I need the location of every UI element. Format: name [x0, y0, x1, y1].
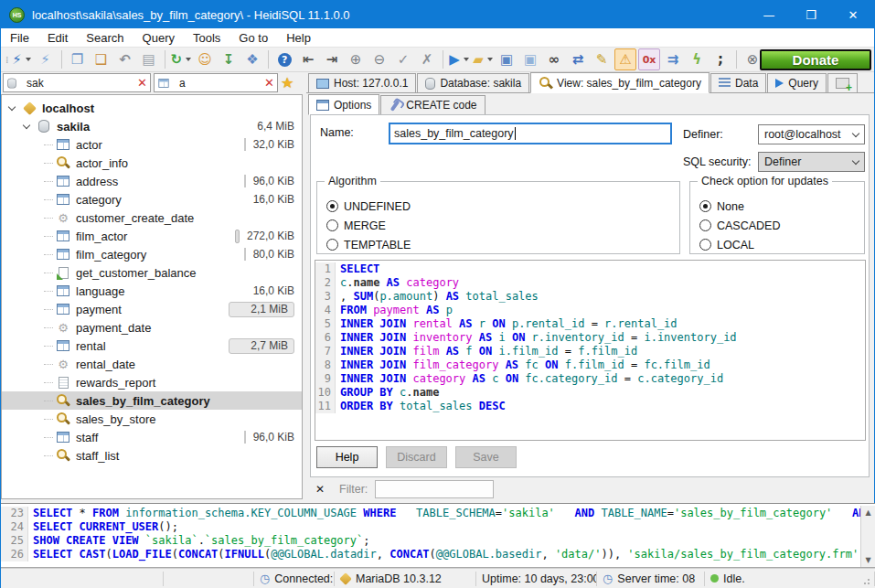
donate-button[interactable]: Donate — [760, 49, 871, 70]
tree-item-language[interactable]: language16,0 KiB — [2, 282, 302, 300]
tree-item-get_customer_balance[interactable]: get_customer_balance — [2, 263, 302, 282]
view-body-editor[interactable]: 1SELECT2c.name AS category3, SUM(p.amoun… — [315, 260, 866, 441]
reformat-sql-button[interactable]: ✎ — [591, 48, 613, 70]
close-button[interactable]: ✕ — [832, 1, 874, 28]
tree-item-staff[interactable]: staff96,0 KiB — [2, 428, 302, 446]
tree-item-rewards_report[interactable]: rewards_report — [2, 373, 302, 391]
tree-item-category[interactable]: category16,0 KiB — [2, 190, 302, 208]
menu-file[interactable]: File — [1, 28, 38, 47]
hex-view-button[interactable]: 0x — [638, 48, 660, 70]
sql-log[interactable]: 23SELECT * FROM information_schema.KEY_C… — [1, 503, 875, 568]
undo-button[interactable]: ↶ — [114, 48, 136, 70]
save-sql-as-icon: ▣ — [524, 53, 537, 67]
go-first-button[interactable]: ⇤ — [297, 48, 319, 70]
tree-item-actor[interactable]: actor32,0 KiB — [2, 135, 302, 154]
algorithm-option-undefined[interactable]: UNDEFINED — [326, 197, 670, 216]
tree-item-film_category[interactable]: film_category80,0 KiB — [2, 245, 302, 263]
log-scrollbar[interactable]: ▲ ▼ — [860, 506, 875, 567]
help-button[interactable]: ? — [273, 48, 295, 70]
delete-row-button[interactable]: ⊖ — [368, 48, 390, 70]
tab-view[interactable]: View: sales_by_film_category — [530, 72, 710, 93]
resize-grip[interactable] — [863, 576, 872, 585]
tree-item-staff_list[interactable]: staff_list — [2, 446, 302, 465]
save-sql-button[interactable]: ▣ — [496, 48, 518, 70]
bind-parameters-button[interactable]: ⚠ — [614, 48, 636, 70]
insert-row-button[interactable]: ⊕ — [345, 48, 367, 70]
save-sql-as-button[interactable]: ▣ — [519, 48, 541, 70]
sql-security-select[interactable]: Definer — [758, 152, 865, 172]
definer-select[interactable]: root@localhost — [758, 124, 865, 144]
tree-item-payment_date[interactable]: ⚙payment_date — [2, 318, 302, 337]
explain-analyzer-button[interactable]: ϟ — [686, 48, 708, 70]
tree-item-address[interactable]: address96,0 KiB — [2, 172, 302, 190]
check-option-option-none[interactable]: None — [699, 197, 855, 216]
help-button[interactable]: Help — [316, 446, 378, 468]
expand-chevron-icon[interactable] — [23, 121, 30, 128]
tab-new-query-tab[interactable] — [827, 73, 858, 92]
user-manager-button[interactable]: ☺ — [194, 48, 216, 70]
algorithm-option-merge[interactable]: MERGE — [326, 216, 670, 235]
tab-query[interactable]: Query — [767, 73, 827, 92]
scroll-down-icon[interactable]: ▼ — [865, 553, 870, 567]
export-database-button[interactable]: ↧ — [218, 48, 240, 70]
favorites-icon[interactable]: ★ — [281, 74, 293, 91]
tree-item-film_actor[interactable]: film_actor272,0 KiB — [2, 227, 302, 245]
tree-item-localhost[interactable]: localhost — [2, 99, 302, 117]
view-name-input[interactable]: sales_by_film_category — [389, 123, 672, 144]
check-option-option-cascaded[interactable]: CASCADED — [699, 216, 855, 235]
tree-item-rental[interactable]: rental2,7 MiB — [2, 337, 302, 355]
algorithm-option-temptable[interactable]: TEMPTABLE — [326, 235, 670, 254]
tab-host[interactable]: Host: 127.0.0.1 — [308, 73, 416, 92]
clear-database-filter-icon[interactable]: ✕ — [137, 76, 147, 90]
expand-chevron-icon[interactable] — [8, 102, 16, 110]
radio-unselected-icon[interactable] — [699, 219, 711, 231]
delimiter-button[interactable]: ; — [710, 48, 731, 70]
maximize-button[interactable]: ❒ — [790, 1, 832, 28]
check-option-option-local[interactable]: LOCAL — [699, 235, 855, 254]
tree-item-customer_create_date[interactable]: ⚙customer_create_date — [2, 208, 302, 227]
tree-item-sales_by_store[interactable]: sales_by_store — [2, 410, 302, 428]
menu-search[interactable]: Search — [77, 28, 133, 47]
copy-button[interactable]: ❐ — [67, 48, 89, 70]
print-button[interactable]: ▤ — [138, 48, 160, 70]
go-last-button[interactable]: ⇥ — [321, 48, 343, 70]
cancel-editing-button[interactable]: ✗ — [416, 48, 438, 70]
load-sql-file-button[interactable]: ▰ — [472, 48, 494, 70]
close-filter-icon[interactable]: ✕ — [315, 483, 325, 496]
menu-go-to[interactable]: Go to — [229, 28, 277, 47]
clear-table-filter-icon[interactable]: ✕ — [264, 76, 274, 90]
radio-unselected-icon[interactable] — [699, 239, 711, 251]
refresh-button[interactable]: ↻ — [170, 48, 193, 70]
indent-button[interactable]: ⇉ — [662, 48, 684, 70]
scroll-up-icon[interactable]: ▲ — [865, 506, 870, 519]
menu-help[interactable]: Help — [277, 28, 320, 47]
paste-button[interactable]: ❑ — [91, 48, 112, 70]
session-manager-button[interactable]: ⚡ — [11, 48, 33, 70]
tree-item-payment[interactable]: payment2,1 MiB — [2, 300, 302, 318]
tree-item-rental_date[interactable]: ⚙rental_date — [2, 355, 302, 373]
filter-input[interactable] — [375, 480, 494, 498]
tab-database[interactable]: Database: sakila — [417, 73, 529, 92]
menu-query[interactable]: Query — [133, 28, 184, 47]
radio-unselected-icon[interactable] — [326, 239, 338, 251]
subtab-create-code[interactable]: CREATE code — [380, 95, 485, 114]
menu-tools[interactable]: Tools — [184, 28, 229, 47]
replace-text-button[interactable]: ⇄ — [567, 48, 589, 70]
minimize-button[interactable]: — — [748, 1, 790, 28]
table-filter-input[interactable]: a ✕ — [154, 73, 278, 92]
post-changes-button[interactable]: ✓ — [392, 48, 414, 70]
radio-selected-icon[interactable] — [699, 200, 711, 212]
data-export-button[interactable]: ❖ — [241, 48, 263, 70]
tree-item-sakila[interactable]: sakila6,4 MiB — [2, 117, 302, 135]
tree-item-sales_by_film_category[interactable]: sales_by_film_category — [2, 391, 302, 410]
execute-sql-button[interactable]: ▶ — [448, 48, 470, 70]
radio-unselected-icon[interactable] — [326, 219, 338, 231]
tab-data[interactable]: Data — [710, 73, 766, 92]
radio-selected-icon[interactable] — [326, 200, 338, 212]
find-text-button[interactable]: ∞ — [543, 48, 565, 70]
tree-item-actor_info[interactable]: actor_info — [2, 154, 302, 172]
database-filter-input[interactable]: sak ✕ — [3, 73, 151, 92]
disconnect-button[interactable]: ⚡ — [35, 48, 57, 70]
menu-edit[interactable]: Edit — [38, 28, 77, 47]
subtab-options[interactable]: Options — [308, 94, 379, 115]
